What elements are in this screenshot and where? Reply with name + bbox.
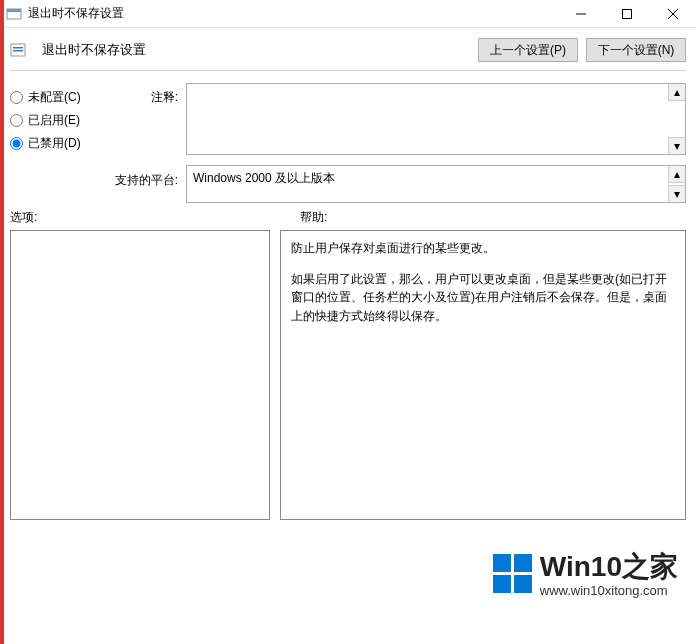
radio-not-configured-label: 未配置(C)	[28, 89, 81, 106]
next-setting-button[interactable]: 下一个设置(N)	[586, 38, 686, 62]
nav-buttons: 上一个设置(P) 下一个设置(N)	[478, 38, 686, 62]
panels: 防止用户保存对桌面进行的某些更改。 如果启用了此设置，那么，用户可以更改桌面，但…	[0, 230, 696, 520]
maximize-button[interactable]	[604, 0, 650, 28]
svg-rect-7	[13, 47, 23, 49]
watermark-sub: 之家	[622, 551, 678, 582]
left-edge	[0, 0, 4, 644]
platform-display: Windows 2000 及以上版本 ▴ ▾	[186, 165, 686, 203]
config-area: 未配置(C) 已启用(E) 已禁用(D) 注释: 支持的平台: ▴ ▾ Wind…	[0, 79, 696, 203]
comment-label: 注释:	[108, 89, 178, 106]
options-panel	[10, 230, 270, 520]
radio-enabled-label: 已启用(E)	[28, 112, 80, 129]
divider	[10, 70, 686, 71]
svg-rect-3	[623, 9, 632, 18]
windows-logo-icon	[493, 554, 532, 593]
window-title: 退出时不保存设置	[28, 5, 124, 22]
policy-title: 退出时不保存设置	[42, 41, 146, 59]
radio-not-configured-input[interactable]	[10, 91, 23, 104]
close-button[interactable]	[650, 0, 696, 28]
radio-disabled-label: 已禁用(D)	[28, 135, 81, 152]
header-row: 退出时不保存设置 上一个设置(P) 下一个设置(N)	[0, 28, 696, 68]
radio-disabled[interactable]: 已禁用(D)	[10, 135, 100, 152]
radio-group: 未配置(C) 已启用(E) 已禁用(D)	[10, 79, 100, 203]
comment-input[interactable]: ▴ ▾	[186, 83, 686, 155]
titlebar: 退出时不保存设置	[0, 0, 696, 28]
scroll-down-icon[interactable]: ▾	[668, 185, 685, 202]
radio-enabled-input[interactable]	[10, 114, 23, 127]
svg-rect-8	[13, 50, 23, 52]
scroll-up-icon[interactable]: ▴	[668, 84, 685, 101]
window-controls	[558, 0, 696, 28]
field-labels: 注释: 支持的平台:	[108, 79, 178, 203]
help-paragraph-2: 如果启用了此设置，那么，用户可以更改桌面，但是某些更改(如已打开窗口的位置、任务…	[291, 270, 675, 326]
help-label: 帮助:	[300, 209, 327, 226]
watermark-brand: Win10	[540, 551, 622, 582]
radio-not-configured[interactable]: 未配置(C)	[10, 89, 100, 106]
app-icon	[6, 6, 22, 22]
watermark-url: www.win10xitong.com	[540, 583, 678, 598]
options-label: 选项:	[10, 209, 300, 226]
minimize-button[interactable]	[558, 0, 604, 28]
help-paragraph-1: 防止用户保存对桌面进行的某些更改。	[291, 239, 675, 258]
help-panel: 防止用户保存对桌面进行的某些更改。 如果启用了此设置，那么，用户可以更改桌面，但…	[280, 230, 686, 520]
radio-disabled-input[interactable]	[10, 137, 23, 150]
watermark: Win10之家 www.win10xitong.com	[493, 548, 678, 598]
scroll-up-icon[interactable]: ▴	[668, 166, 685, 183]
mid-labels: 选项: 帮助:	[0, 203, 696, 230]
platform-label: 支持的平台:	[108, 172, 178, 189]
radio-enabled[interactable]: 已启用(E)	[10, 112, 100, 129]
platform-value: Windows 2000 及以上版本	[193, 171, 335, 185]
svg-rect-1	[7, 9, 21, 12]
policy-icon	[10, 42, 26, 58]
scroll-down-icon[interactable]: ▾	[668, 137, 685, 154]
fields-col: ▴ ▾ Windows 2000 及以上版本 ▴ ▾	[186, 79, 686, 203]
prev-setting-button[interactable]: 上一个设置(P)	[478, 38, 578, 62]
